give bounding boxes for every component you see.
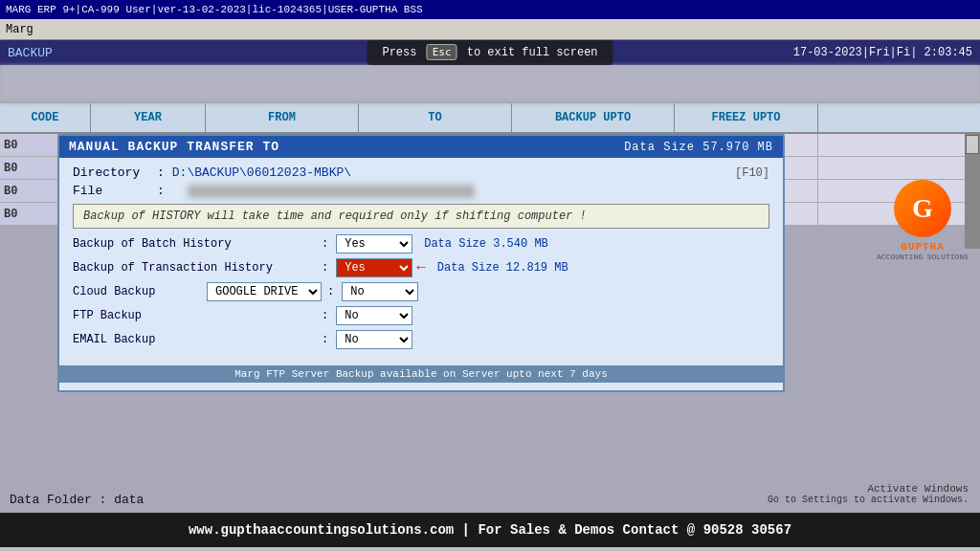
fullscreen-tooltip: Press Esc to exit full screen [367, 40, 612, 65]
menu-item-marg[interactable]: Marg [6, 23, 33, 36]
tip-text-before: Press [382, 46, 416, 59]
email-backup-label: EMAIL Backup [73, 333, 322, 346]
data-size-label: Data Size 57.970 MB [624, 141, 773, 154]
modal-header: MANUAL BACKUP TRANSFER TO Data Size 57.9… [59, 136, 783, 158]
activate-windows-notice: Activate Windows Go to Settings to activ… [768, 483, 969, 505]
transaction-history-select[interactable]: Yes No [336, 258, 412, 277]
th-backup: BACKUP UPTO [512, 103, 675, 132]
cloud-driver-select[interactable]: GOOGLE DRIVE LOCAL DRIVE [207, 282, 322, 301]
file-value-blurred [188, 185, 475, 198]
modal-footer: Marg FTP Server Backup available on Serv… [59, 365, 783, 383]
file-label: File [73, 184, 149, 198]
directory-label: Directory [73, 165, 149, 180]
th-code: CODE [0, 103, 91, 132]
th-freez: FREEZ UPTO [675, 103, 818, 132]
bottom-area: Data Folder : data Activate Windows Go t… [0, 455, 980, 513]
batch-data-size: Data Size 3.540 MB [424, 237, 548, 251]
ftp-backup-label: FTP Backup [73, 309, 322, 322]
main-content: CODE YEAR FROM TO BACKUP UPTO FREEZ UPTO… [0, 65, 980, 513]
activate-line2: Go to Settings to activate Windows. [768, 495, 969, 505]
logo-subtitle: ACCOUNTING SOLUTIONS [875, 253, 970, 261]
warning-box: Backup of HISTORY will take time and req… [73, 204, 769, 229]
app-title: BACKUP [8, 46, 53, 60]
esc-key: Esc [427, 44, 457, 60]
transaction-history-label: Backup of Transaction History [73, 261, 322, 275]
warning-text: Backup of HISTORY will take time and req… [83, 209, 587, 223]
file-line: File : [73, 184, 769, 198]
email-backup-row: EMAIL Backup : No Yes [73, 330, 769, 349]
data-folder-text: Data Folder : data [10, 493, 144, 507]
datetime-display: 17-03-2023|Fri|Fi| 2:03:45 [793, 46, 972, 59]
directory-line: Directory : D:\BACKUP\06012023-MBKP\ [F1… [73, 165, 769, 180]
cloud-backup-select[interactable]: No Yes [342, 282, 418, 301]
title-text: MARG ERP 9+|CA-999 User|ver-13-02-2023|l… [6, 4, 423, 15]
scroll-handle[interactable] [966, 135, 979, 154]
ftp-backup-select[interactable]: No Yes [336, 306, 412, 325]
batch-history-select[interactable]: Yes No [336, 234, 412, 253]
batch-history-label: Backup of Batch History [73, 237, 322, 251]
blurry-data-row [0, 65, 980, 103]
batch-history-row: Backup of Batch History : Yes No Data Si… [73, 234, 769, 253]
modal-title: MANUAL BACKUP TRANSFER TO [69, 140, 279, 154]
title-bar: MARG ERP 9+|CA-999 User|ver-13-02-2023|l… [0, 0, 980, 19]
th-to: TO [359, 103, 512, 132]
table-header: CODE YEAR FROM TO BACKUP UPTO FREEZ UPTO [0, 103, 980, 134]
cloud-backup-label: Cloud Backup [73, 285, 207, 298]
guptha-logo: G GUPTHA ACCOUNTING SOLUTIONS [875, 180, 970, 261]
th-from: FROM [206, 103, 359, 132]
logo-circle-icon: G [894, 180, 951, 237]
bottom-footer: www.gupthaaccountingsolutions.com | For … [0, 513, 980, 547]
ftp-backup-row: FTP Backup : No Yes [73, 306, 769, 325]
footer-text: Marg FTP Server Backup available on Serv… [234, 368, 607, 380]
logo-company-name: GUPTHA [875, 241, 970, 253]
directory-value: D:\BACKUP\06012023-MBKP\ [172, 165, 351, 180]
transaction-history-row: Backup of Transaction History : Yes No ←… [73, 258, 769, 277]
cloud-backup-row: Cloud Backup GOOGLE DRIVE LOCAL DRIVE : … [73, 282, 769, 301]
activate-line1: Activate Windows [768, 483, 969, 495]
f10-hint: [F10] [735, 166, 769, 180]
th-year: YEAR [91, 103, 206, 132]
logo-letter-g: G [912, 193, 933, 224]
email-backup-select[interactable]: No Yes [336, 330, 412, 349]
modal-body: Directory : D:\BACKUP\06012023-MBKP\ [F1… [59, 158, 783, 362]
menu-bar: Marg [0, 19, 980, 40]
transaction-data-size: Data Size 12.819 MB [437, 261, 568, 275]
footer-full-text: www.gupthaaccountingsolutions.com | For … [189, 522, 791, 538]
red-arrow-icon: ← [416, 259, 426, 276]
tip-text-after: to exit full screen [467, 46, 598, 59]
backup-dialog: MANUAL BACKUP TRANSFER TO Data Size 57.9… [57, 134, 785, 392]
